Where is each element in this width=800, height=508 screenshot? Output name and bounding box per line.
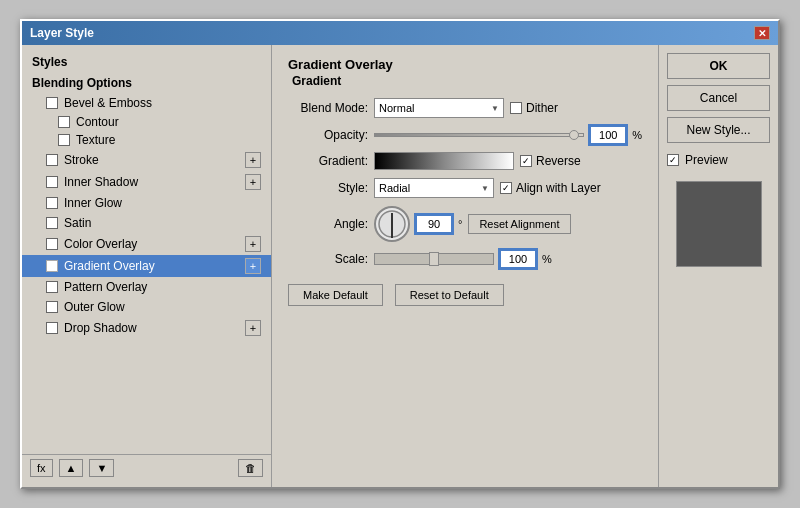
stroke-label: Stroke [64, 153, 99, 167]
align-checkbox[interactable]: ✓ [500, 182, 512, 194]
move-up-button[interactable]: ▲ [59, 459, 84, 477]
outer-glow-item[interactable]: Outer Glow [22, 297, 271, 317]
pattern-overlay-checkbox[interactable] [46, 281, 58, 293]
center-panel: Gradient Overlay Gradient Blend Mode: No… [272, 45, 658, 487]
contour-item[interactable]: Contour [22, 113, 271, 131]
gradient-overlay-label: Gradient Overlay [64, 259, 155, 273]
preview-checkbox[interactable]: ✓ [667, 154, 679, 166]
right-panel: OK Cancel New Style... ✓ Preview [658, 45, 778, 487]
contour-checkbox[interactable] [58, 116, 70, 128]
inner-glow-item[interactable]: Inner Glow [22, 193, 271, 213]
drop-shadow-label: Drop Shadow [64, 321, 137, 335]
gradient-bar[interactable] [374, 152, 514, 170]
inner-shadow-item[interactable]: Inner Shadow + [22, 171, 271, 193]
outer-glow-checkbox[interactable] [46, 301, 58, 313]
move-down-button[interactable]: ▼ [89, 459, 114, 477]
inner-shadow-checkbox[interactable] [46, 176, 58, 188]
opacity-slider-thumb [569, 130, 579, 140]
inner-glow-checkbox[interactable] [46, 197, 58, 209]
preview-label: Preview [685, 153, 728, 167]
texture-item[interactable]: Texture [22, 131, 271, 149]
style-dropdown-arrow-icon: ▼ [481, 184, 489, 193]
ok-button[interactable]: OK [667, 53, 770, 79]
reset-to-default-btn[interactable]: Reset to Default [395, 284, 504, 306]
layer-style-dialog: Layer Style ✕ Styles Blending Options Be… [20, 19, 780, 489]
pattern-overlay-item[interactable]: Pattern Overlay [22, 277, 271, 297]
stroke-item[interactable]: Stroke + [22, 149, 271, 171]
style-row: Style: Radial ▼ ✓ Align with Layer [288, 178, 642, 198]
trash-icon: 🗑 [245, 462, 256, 474]
color-overlay-item[interactable]: Color Overlay + [22, 233, 271, 255]
fx-label: fx [37, 462, 46, 474]
make-default-btn[interactable]: Make Default [288, 284, 383, 306]
style-controls: Radial ▼ ✓ Align with Layer [374, 178, 642, 198]
inner-glow-label: Inner Glow [64, 196, 122, 210]
angle-input[interactable] [416, 215, 452, 233]
satin-checkbox[interactable] [46, 217, 58, 229]
opacity-label: Opacity: [288, 128, 368, 142]
angle-dial[interactable] [374, 206, 410, 242]
new-style-button[interactable]: New Style... [667, 117, 770, 143]
texture-label: Texture [76, 133, 115, 147]
style-dropdown[interactable]: Radial ▼ [374, 178, 494, 198]
angle-controls: ° Reset Alignment [374, 206, 642, 242]
down-arrow-icon: ▼ [96, 462, 107, 474]
fx-button[interactable]: fx [30, 459, 53, 477]
drop-shadow-plus-btn[interactable]: + [245, 320, 261, 336]
bevel-emboss-checkbox[interactable] [46, 97, 58, 109]
scale-controls: % [374, 250, 642, 268]
color-overlay-label: Color Overlay [64, 237, 137, 251]
gradient-overlay-checkbox[interactable]: ✓ [46, 260, 58, 272]
satin-item[interactable]: Satin [22, 213, 271, 233]
stroke-plus-btn[interactable]: + [245, 152, 261, 168]
left-panel: Styles Blending Options Bevel & Emboss C… [22, 45, 272, 487]
scale-row: Scale: % [288, 250, 642, 268]
gradient-label: Gradient: [288, 154, 368, 168]
drop-shadow-item[interactable]: Drop Shadow + [22, 317, 271, 339]
reset-alignment-btn[interactable]: Reset Alignment [468, 214, 570, 234]
styles-header: Styles [22, 51, 271, 73]
blending-options-item[interactable]: Blending Options [22, 73, 271, 93]
blend-mode-dropdown[interactable]: Normal ▼ [374, 98, 504, 118]
outer-glow-label: Outer Glow [64, 300, 125, 314]
reverse-checkbox[interactable]: ✓ [520, 155, 532, 167]
panel-subtitle: Gradient [288, 74, 642, 88]
delete-button[interactable]: 🗑 [238, 459, 263, 477]
close-button[interactable]: ✕ [754, 26, 770, 40]
contour-label: Contour [76, 115, 119, 129]
color-overlay-checkbox[interactable] [46, 238, 58, 250]
drop-shadow-checkbox[interactable] [46, 322, 58, 334]
title-bar: Layer Style ✕ [22, 21, 778, 45]
angle-row: Angle: ° Reset Alignment [288, 206, 642, 242]
gradient-row: Gradient: ✓ Reverse [288, 152, 642, 170]
dither-check: Dither [510, 101, 558, 115]
dropdown-arrow-icon: ▼ [491, 104, 499, 113]
scale-unit: % [542, 253, 552, 265]
angle-dial-svg [377, 209, 407, 239]
style-label: Style: [288, 181, 368, 195]
dither-label: Dither [526, 101, 558, 115]
gradient-overlay-plus-btn[interactable]: + [245, 258, 261, 274]
scale-input[interactable] [500, 250, 536, 268]
scale-slider[interactable] [374, 253, 494, 265]
opacity-slider[interactable] [374, 133, 584, 137]
bevel-emboss-label: Bevel & Emboss [64, 96, 152, 110]
reverse-check: ✓ Reverse [520, 154, 581, 168]
stroke-checkbox[interactable] [46, 154, 58, 166]
dialog-title: Layer Style [30, 26, 94, 40]
opacity-input[interactable] [590, 126, 626, 144]
cancel-button[interactable]: Cancel [667, 85, 770, 111]
blend-mode-value: Normal [379, 102, 414, 114]
blending-options-label: Blending Options [32, 76, 132, 90]
dialog-body: Styles Blending Options Bevel & Emboss C… [22, 45, 778, 487]
inner-shadow-plus-btn[interactable]: + [245, 174, 261, 190]
up-arrow-icon: ▲ [66, 462, 77, 474]
opacity-controls: % [374, 126, 642, 144]
gradient-overlay-item[interactable]: ✓ Gradient Overlay + [22, 255, 271, 277]
blend-mode-row: Blend Mode: Normal ▼ Dither [288, 98, 642, 118]
color-overlay-plus-btn[interactable]: + [245, 236, 261, 252]
bevel-emboss-item[interactable]: Bevel & Emboss [22, 93, 271, 113]
align-check: ✓ Align with Layer [500, 181, 601, 195]
dither-checkbox[interactable] [510, 102, 522, 114]
texture-checkbox[interactable] [58, 134, 70, 146]
